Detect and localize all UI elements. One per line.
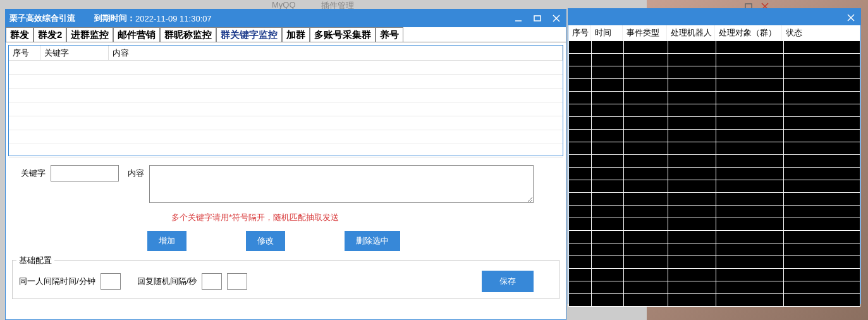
table-row[interactable] bbox=[569, 281, 860, 294]
keyword-grid[interactable]: 序号 关键字 内容 bbox=[8, 45, 563, 156]
col-content: 内容 bbox=[109, 46, 563, 60]
main-window: 栗子高效综合引流 到期时间： 2022-11-09 11:30:07 群发群发2… bbox=[5, 9, 566, 320]
table-row[interactable] bbox=[569, 168, 860, 180]
maximize-button[interactable] bbox=[528, 9, 547, 27]
tab-6[interactable]: 加群 bbox=[282, 27, 310, 42]
table-row[interactable] bbox=[569, 54, 860, 66]
table-row[interactable] bbox=[569, 130, 860, 142]
table-row[interactable] bbox=[9, 75, 563, 89]
add-button[interactable]: 增加 bbox=[147, 231, 186, 251]
table-row[interactable] bbox=[569, 41, 860, 54]
reply-interval-input-2[interactable] bbox=[227, 273, 247, 290]
table-row[interactable] bbox=[569, 142, 860, 155]
config-fieldset: 基础配置 同一人间隔时间/分钟 回复随机间隔/秒 保存 bbox=[12, 260, 559, 299]
table-row[interactable] bbox=[9, 144, 563, 158]
reply-interval-input-1[interactable] bbox=[202, 273, 222, 290]
save-button[interactable]: 保存 bbox=[482, 271, 534, 292]
table-row[interactable] bbox=[569, 256, 860, 269]
grid-body bbox=[9, 61, 563, 156]
reply-interval-label: 回复随机间隔/秒 bbox=[137, 276, 197, 287]
table-row[interactable] bbox=[9, 89, 563, 102]
table-row[interactable] bbox=[569, 180, 860, 193]
tip-text: 多个关键字请用*符号隔开，随机匹配抽取发送 bbox=[8, 212, 563, 223]
grid-header: 序号 关键字 内容 bbox=[9, 46, 563, 61]
table-row[interactable] bbox=[569, 218, 860, 231]
delete-button[interactable]: 删除选中 bbox=[345, 231, 400, 251]
tab-1[interactable]: 群发2 bbox=[34, 27, 66, 42]
tab-5[interactable]: 群关键字监控 bbox=[216, 27, 282, 42]
col-keyword: 关键字 bbox=[40, 46, 109, 60]
log-col-target: 处理对象（群） bbox=[715, 25, 782, 40]
log-col-time: 时间 bbox=[591, 25, 623, 40]
table-row[interactable] bbox=[569, 155, 860, 168]
tab-8[interactable]: 养号 bbox=[376, 27, 403, 42]
table-row[interactable] bbox=[9, 61, 563, 75]
tab-7[interactable]: 多账号采集群 bbox=[310, 27, 376, 42]
table-row[interactable] bbox=[569, 206, 860, 218]
edit-button[interactable]: 修改 bbox=[246, 231, 285, 251]
main-window-controls bbox=[509, 9, 566, 27]
table-row[interactable] bbox=[569, 231, 860, 243]
svg-rect-5 bbox=[534, 16, 541, 21]
button-row: 增加 修改 删除选中 bbox=[8, 231, 563, 251]
content-textarea[interactable] bbox=[149, 165, 534, 203]
table-row[interactable] bbox=[569, 193, 860, 206]
main-titlebar: 栗子高效综合引流 到期时间： 2022-11-09 11:30:07 bbox=[6, 9, 566, 27]
col-seq: 序号 bbox=[9, 46, 40, 60]
keyword-label: 关键字 bbox=[21, 165, 51, 182]
expiry-label: 到期时间： bbox=[94, 13, 135, 24]
log-grid-header: 序号 时间 事件类型 处理机器人 处理对象（群） 状态 bbox=[568, 25, 860, 40]
minimize-button[interactable] bbox=[509, 9, 528, 27]
table-row[interactable] bbox=[9, 102, 563, 116]
close-button[interactable] bbox=[547, 9, 566, 27]
log-col-status: 状态 bbox=[782, 25, 860, 40]
tab-2[interactable]: 进群监控 bbox=[66, 27, 113, 42]
log-col-bot: 处理机器人 bbox=[667, 25, 715, 40]
log-window-controls bbox=[841, 9, 860, 27]
table-row[interactable] bbox=[569, 117, 860, 130]
tab-0[interactable]: 群发 bbox=[6, 27, 34, 42]
interval-person-label: 同一人间隔时间/分钟 bbox=[19, 276, 95, 287]
log-col-event: 事件类型 bbox=[623, 25, 667, 40]
config-legend: 基础配置 bbox=[16, 255, 54, 266]
table-row[interactable] bbox=[569, 66, 860, 79]
log-close-button[interactable] bbox=[841, 9, 860, 27]
tab-3[interactable]: 邮件营销 bbox=[113, 27, 160, 42]
table-row[interactable] bbox=[9, 130, 563, 144]
table-row[interactable] bbox=[569, 79, 860, 92]
table-row[interactable] bbox=[569, 243, 860, 256]
log-window: 序号 时间 事件类型 处理机器人 处理对象（群） 状态 bbox=[568, 8, 861, 304]
log-col-seq: 序号 bbox=[568, 25, 591, 40]
keyword-input[interactable] bbox=[51, 165, 119, 182]
interval-person-input[interactable] bbox=[101, 273, 121, 290]
tab-4[interactable]: 群昵称监控 bbox=[160, 27, 216, 42]
content-label: 内容 bbox=[128, 165, 149, 182]
form-row: 关键字 内容 bbox=[8, 165, 563, 203]
table-row[interactable] bbox=[569, 294, 860, 307]
app-title: 栗子高效综合引流 bbox=[9, 13, 75, 24]
expiry-value: 2022-11-09 11:30:07 bbox=[135, 14, 212, 23]
table-row[interactable] bbox=[9, 116, 563, 130]
log-titlebar bbox=[568, 9, 860, 25]
tab-content: 序号 关键字 内容 关键字 内容 多个关键字请用*符号隔开，随机匹配抽取发送 增… bbox=[6, 42, 566, 302]
log-table bbox=[568, 40, 860, 307]
config-row: 同一人间隔时间/分钟 回复随机间隔/秒 保存 bbox=[19, 271, 553, 292]
table-row[interactable] bbox=[569, 269, 860, 281]
table-row[interactable] bbox=[569, 92, 860, 104]
tab-bar: 群发群发2进群监控邮件营销群昵称监控群关键字监控加群多账号采集群养号 bbox=[6, 27, 566, 42]
table-row[interactable] bbox=[569, 104, 860, 117]
log-grid-body[interactable] bbox=[568, 40, 860, 302]
